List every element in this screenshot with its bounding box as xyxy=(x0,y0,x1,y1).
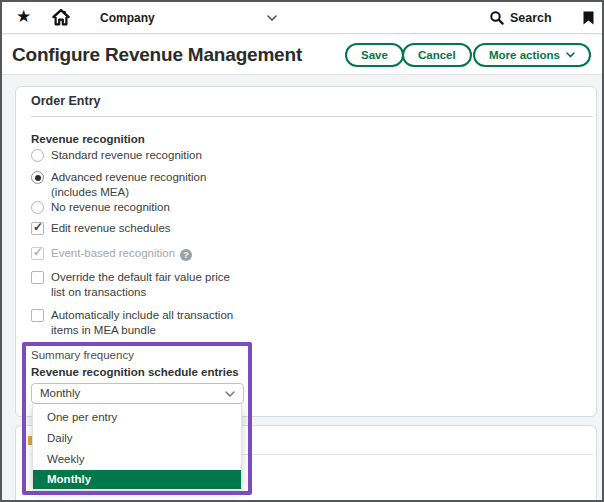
checkbox-event-based-recognition: ✓ Event-based recognition? xyxy=(31,247,251,263)
checkbox-label: Edit revenue schedules xyxy=(51,222,171,234)
section-divider xyxy=(31,116,593,117)
checkbox-edit-revenue-schedules[interactable]: ✓ Edit revenue schedules xyxy=(31,222,251,238)
search-label: Search xyxy=(510,11,560,25)
checkbox-label-line2: list on transactions xyxy=(51,286,146,298)
checkbox-label-line1: Override the default fair value price xyxy=(51,271,230,283)
radio-no-revenue-recognition[interactable]: No revenue recognition xyxy=(31,201,251,217)
radio-icon xyxy=(31,149,44,162)
radio-label: No revenue recognition xyxy=(51,201,170,213)
checkbox-label: Event-based recognition? xyxy=(51,247,192,261)
app-window: ★ Company Search xyxy=(0,0,604,502)
chevron-down-icon xyxy=(267,15,277,21)
favorites-star-icon[interactable]: ★ xyxy=(16,6,31,27)
schedule-entries-select[interactable]: Monthly xyxy=(31,383,244,404)
home-icon[interactable] xyxy=(52,9,70,26)
select-value: Monthly xyxy=(40,387,80,399)
company-menu[interactable]: Company xyxy=(100,2,290,34)
radio-standard-revenue-recognition[interactable]: Standard revenue recognition xyxy=(31,149,251,165)
checkbox-checked-disabled-icon: ✓ xyxy=(31,247,44,260)
dropdown-option-monthly-selected[interactable]: Monthly xyxy=(33,470,241,489)
cancel-button[interactable]: Cancel xyxy=(402,43,472,67)
checkbox-override-fair-value-price-list[interactable]: Override the default fair value price li… xyxy=(31,271,251,301)
save-button[interactable]: Save xyxy=(345,43,404,67)
radio-label: Standard revenue recognition xyxy=(51,149,202,161)
chevron-down-icon xyxy=(566,52,575,58)
schedule-entries-dropdown-list: One per entry Daily Weekly Monthly xyxy=(32,404,242,491)
summary-frequency-label: Summary frequency xyxy=(31,349,134,361)
checkbox-label-line1: Automatically include all transaction xyxy=(51,309,233,321)
checkbox-unchecked-icon xyxy=(31,309,44,322)
page-title: Configure Revenue Management xyxy=(12,44,302,66)
more-actions-button[interactable]: More actions xyxy=(473,43,591,67)
company-menu-label: Company xyxy=(100,11,155,25)
checkbox-auto-include-mea-bundle[interactable]: Automatically include all transaction it… xyxy=(31,309,251,339)
help-icon[interactable]: ? xyxy=(180,249,192,261)
dropdown-option-weekly[interactable]: Weekly xyxy=(33,449,241,470)
checkbox-checked-icon: ✓ xyxy=(31,222,44,235)
order-entry-card: Order Entry Revenue recognition Standard… xyxy=(15,86,597,417)
radio-sublabel: (includes MEA) xyxy=(51,186,129,198)
radio-selected-icon xyxy=(31,171,44,184)
dropdown-option-one-per-entry[interactable]: One per entry xyxy=(33,407,241,428)
more-actions-label: More actions xyxy=(489,49,560,61)
top-nav-bar: ★ Company Search xyxy=(2,2,602,34)
page-header: Configure Revenue Management Save Cancel… xyxy=(2,35,602,75)
radio-icon xyxy=(31,201,44,214)
chevron-down-icon xyxy=(225,391,235,397)
checkbox-unchecked-icon xyxy=(31,271,44,284)
section-title: Order Entry xyxy=(31,94,100,108)
radio-advanced-revenue-recognition[interactable]: Advanced revenue recognition (includes M… xyxy=(31,171,251,201)
revenue-recognition-group-label: Revenue recognition xyxy=(31,133,145,145)
schedule-entries-label: Revenue recognition schedule entries xyxy=(31,366,239,378)
search-icon xyxy=(490,11,504,25)
radio-label: Advanced revenue recognition xyxy=(51,171,206,183)
dropdown-option-daily[interactable]: Daily xyxy=(33,428,241,449)
bookmark-icon[interactable] xyxy=(583,11,594,25)
checkbox-label-line2: items in MEA bundle xyxy=(51,324,156,336)
